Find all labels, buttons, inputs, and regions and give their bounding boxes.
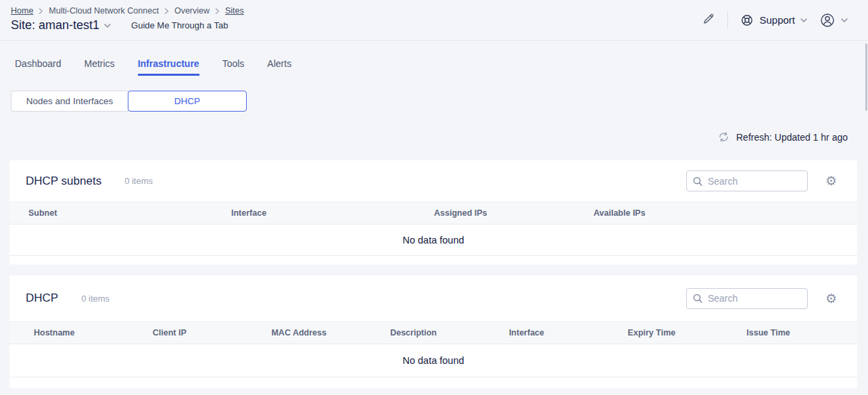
column-header-available-ips: Available IPs <box>585 208 857 218</box>
breadcrumb-overview: Overview <box>174 6 210 16</box>
refresh-control[interactable]: Refresh: Updated 1 hr ago <box>0 131 848 143</box>
card-footer <box>9 377 857 388</box>
items-count-badge: 0 items <box>81 294 110 304</box>
items-count-badge: 0 items <box>124 176 153 186</box>
chevron-right-icon <box>39 8 43 14</box>
breadcrumb-sites[interactable]: Sites <box>225 6 244 16</box>
chevron-down-icon <box>841 18 848 22</box>
table-header-row: Subnet Interface Assigned IPs Available … <box>9 202 857 225</box>
top-header: Home Multi-Cloud Network Connect Overvie… <box>0 0 868 41</box>
life-buoy-icon <box>740 14 754 27</box>
tab-dashboard[interactable]: Dashboard <box>15 58 62 76</box>
search-input[interactable] <box>708 176 802 187</box>
column-header-client-ip: Client IP <box>145 328 264 338</box>
card-actions: ⚙ <box>686 170 837 191</box>
edit-pencil-button[interactable] <box>702 12 715 28</box>
tab-tools[interactable]: Tools <box>222 58 245 76</box>
page-title: Site: aman-test1 <box>11 18 99 32</box>
scrollbar[interactable] <box>865 43 867 111</box>
subtab-nodes-and-interfaces[interactable]: Nodes and Interfaces <box>11 91 128 112</box>
column-header-description: Description <box>382 328 501 338</box>
gear-icon[interactable]: ⚙ <box>825 175 837 187</box>
dhcp-subnets-card: DHCP subnets 0 items ⚙ Subnet Interface … <box>9 160 857 264</box>
support-menu-button[interactable]: Support <box>740 14 807 27</box>
column-header-issue-time: Issue Time <box>738 328 857 338</box>
empty-state: No data found <box>9 344 857 377</box>
top-header-right: Support <box>702 0 848 40</box>
refresh-label: Refresh: Updated 1 hr ago <box>736 132 848 143</box>
pencil-icon <box>702 12 715 28</box>
tab-alerts[interactable]: Alerts <box>267 58 291 76</box>
tab-bar: Dashboard Metrics Infrastructure Tools A… <box>0 41 868 76</box>
card-actions: ⚙ <box>686 288 837 309</box>
subtab-group: Nodes and Interfaces DHCP <box>11 91 868 112</box>
column-header-assigned-ips: Assigned IPs <box>426 208 585 218</box>
top-header-left: Home Multi-Cloud Network Connect Overvie… <box>11 0 244 40</box>
column-header-hostname: Hostname <box>9 328 145 338</box>
search-icon <box>692 176 703 187</box>
gear-icon[interactable]: ⚙ <box>825 292 837 305</box>
card-header: DHCP subnets 0 items ⚙ <box>9 160 857 202</box>
search-box <box>686 170 808 191</box>
search-input[interactable] <box>708 293 802 304</box>
guide-me-link[interactable]: Guide Me Through a Tab <box>131 20 228 30</box>
empty-state-text: No data found <box>402 235 464 246</box>
refresh-icon <box>718 131 729 143</box>
chevron-right-icon <box>215 8 220 14</box>
column-header-interface: Interface <box>501 328 620 338</box>
card-footer <box>9 256 857 264</box>
column-header-interface: Interface <box>223 208 426 218</box>
user-avatar-icon <box>819 12 836 28</box>
empty-state-text: No data found <box>402 355 464 366</box>
chevron-down-icon <box>800 18 807 22</box>
search-icon <box>692 293 703 304</box>
column-header-expiry-time: Expiry Time <box>620 328 739 338</box>
breadcrumb-multi-cloud-network-connect: Multi-Cloud Network Connect <box>49 6 159 16</box>
dhcp-card: DHCP 0 items ⚙ Hostname Client IP MAC Ad… <box>9 275 857 388</box>
chevron-down-icon[interactable] <box>104 24 111 28</box>
chevron-right-icon <box>164 8 169 14</box>
search-box <box>686 288 808 309</box>
column-header-mac-address: MAC Address <box>263 328 382 338</box>
header-divider <box>727 11 728 29</box>
card-title: DHCP <box>26 292 58 305</box>
title-row: Site: aman-test1 Guide Me Through a Tab <box>11 18 244 32</box>
breadcrumb-home[interactable]: Home <box>11 6 33 16</box>
card-title: DHCP subnets <box>26 175 101 188</box>
account-menu-button[interactable] <box>819 12 848 28</box>
subtab-dhcp[interactable]: DHCP <box>128 91 247 112</box>
tab-metrics[interactable]: Metrics <box>85 58 115 76</box>
table-header-row: Hostname Client IP MAC Address Descripti… <box>9 321 857 344</box>
support-label: Support <box>759 14 795 26</box>
column-header-subnet: Subnet <box>9 208 223 218</box>
empty-state: No data found <box>9 225 857 256</box>
page: { "header": { "breadcrumb": ["Home", "Mu… <box>0 0 868 395</box>
card-header: DHCP 0 items ⚙ <box>9 275 857 321</box>
breadcrumb: Home Multi-Cloud Network Connect Overvie… <box>11 6 244 16</box>
tab-infrastructure[interactable]: Infrastructure <box>138 58 199 76</box>
